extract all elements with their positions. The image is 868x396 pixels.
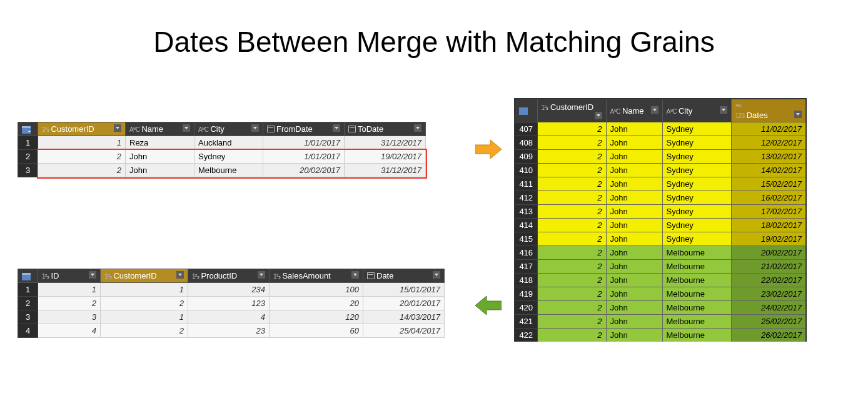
arrow-right-orange-icon bbox=[475, 140, 502, 159]
table-row[interactable]: 32JohnMelbourne20/02/201731/12/2017 bbox=[18, 164, 426, 177]
cell-city: Sydney bbox=[662, 219, 731, 232]
arrow-left-green-icon bbox=[475, 296, 502, 315]
filter-dropdown-icon[interactable] bbox=[595, 112, 602, 119]
cell-dates: 17/02/2017 bbox=[731, 205, 806, 219]
cell-salesamount: 120 bbox=[270, 310, 363, 324]
col-header-customerid[interactable]: 1²₃CustomerID bbox=[101, 269, 188, 283]
cell-salesamount: 60 bbox=[270, 324, 363, 338]
cell-date: 14/03/2017 bbox=[363, 310, 445, 324]
cell-dates: 19/02/2017 bbox=[731, 232, 806, 246]
table-row[interactable]: 11RezaAuckland1/01/201731/12/2017 bbox=[18, 136, 426, 150]
col-header-city[interactable]: AᴮCCity bbox=[662, 99, 731, 122]
filter-dropdown-icon[interactable] bbox=[258, 271, 265, 279]
table-row[interactable]: 4112JohnSydney15/02/2017 bbox=[515, 177, 806, 191]
cell-id: 3 bbox=[38, 310, 101, 324]
row-number: 417 bbox=[515, 260, 537, 274]
table-row[interactable]: 4102JohnSydney14/02/2017 bbox=[515, 164, 806, 177]
cell-productid: 123 bbox=[188, 297, 270, 310]
row-number: 415 bbox=[515, 232, 537, 246]
table-row[interactable]: 11123410015/01/2017 bbox=[18, 283, 445, 297]
row-number: 416 bbox=[515, 246, 537, 260]
filter-dropdown-icon[interactable] bbox=[176, 271, 184, 279]
svg-rect-4 bbox=[519, 107, 528, 115]
svg-marker-5 bbox=[475, 140, 502, 159]
cell-name: John bbox=[606, 136, 662, 150]
cell-name: John bbox=[606, 287, 662, 301]
cell-customerid: 2 bbox=[537, 232, 606, 246]
table-row[interactable]: 4132JohnSydney17/02/2017 bbox=[515, 205, 806, 219]
sales-table: 1²₃ID 1²₃CustomerID 1²₃ProductID 1²₃Sale… bbox=[18, 269, 445, 338]
table-row[interactable]: 2221232020/01/2017 bbox=[18, 297, 445, 310]
table-row[interactable]: 4092JohnSydney13/02/2017 bbox=[515, 150, 806, 164]
filter-dropdown-icon[interactable] bbox=[720, 106, 727, 114]
filter-dropdown-icon[interactable] bbox=[89, 271, 96, 279]
table-row[interactable]: 4082JohnSydney12/02/2017 bbox=[515, 136, 806, 150]
table-row[interactable]: 4142JohnSydney18/02/2017 bbox=[515, 219, 806, 232]
cell-city: Melbourne bbox=[194, 164, 263, 177]
cell-customerid: 2 bbox=[537, 274, 606, 287]
row-number: 408 bbox=[515, 136, 537, 150]
filter-dropdown-icon[interactable] bbox=[333, 124, 340, 132]
table-corner-icon[interactable] bbox=[18, 122, 38, 136]
filter-dropdown-icon[interactable] bbox=[794, 111, 802, 118]
cell-customerid: 2 bbox=[537, 329, 606, 342]
col-header-customerid[interactable]: 1²₃CustomerID bbox=[38, 122, 126, 136]
col-header-dates[interactable]: ᴬᴮᶜ123Dates bbox=[731, 99, 806, 122]
cell-name: John bbox=[606, 122, 662, 136]
date-type-icon bbox=[367, 272, 375, 279]
cell-name: John bbox=[606, 205, 662, 219]
text-type-icon: AᴮC bbox=[667, 108, 677, 115]
cell-name: John bbox=[606, 219, 662, 232]
table-row[interactable]: 442236025/04/2017 bbox=[18, 324, 445, 338]
row-number: 414 bbox=[515, 219, 537, 232]
cell-name: John bbox=[606, 191, 662, 205]
cell-date: 15/01/2017 bbox=[363, 283, 445, 297]
filter-dropdown-icon[interactable] bbox=[351, 271, 359, 279]
table-row[interactable]: 4192JohnMelbourne23/02/2017 bbox=[515, 287, 806, 301]
cell-city: Sydney bbox=[194, 150, 263, 164]
table-row[interactable]: 331412014/03/2017 bbox=[18, 310, 445, 324]
row-number: 407 bbox=[515, 122, 537, 136]
svg-rect-3 bbox=[22, 273, 31, 275]
col-header-salesamount[interactable]: 1²₃SalesAmount bbox=[270, 269, 363, 283]
cell-customerid: 2 bbox=[537, 164, 606, 177]
table-row[interactable]: 4182JohnMelbourne22/02/2017 bbox=[515, 274, 806, 287]
filter-dropdown-icon[interactable] bbox=[651, 106, 659, 114]
row-number: 411 bbox=[515, 177, 537, 191]
svg-marker-6 bbox=[475, 296, 502, 315]
filter-dropdown-icon[interactable] bbox=[183, 124, 190, 132]
cell-dates: 12/02/2017 bbox=[731, 136, 806, 150]
cell-dates: 21/02/2017 bbox=[731, 260, 806, 274]
table-row[interactable]: 4202JohnMelbourne24/02/2017 bbox=[515, 301, 806, 315]
col-header-todate[interactable]: ToDate bbox=[345, 122, 426, 136]
filter-dropdown-icon[interactable] bbox=[414, 124, 421, 132]
table-row[interactable]: 4172JohnMelbourne21/02/2017 bbox=[515, 260, 806, 274]
filter-dropdown-icon[interactable] bbox=[433, 271, 440, 279]
col-header-date[interactable]: Date bbox=[363, 269, 445, 283]
table-row[interactable]: 4212JohnMelbourne25/02/2017 bbox=[515, 315, 806, 329]
table-row[interactable]: 22JohnSydney1/01/201719/02/2017 bbox=[18, 150, 426, 164]
col-header-productid[interactable]: 1²₃ProductID bbox=[188, 269, 270, 283]
cell-name: John bbox=[606, 232, 662, 246]
col-header-id[interactable]: 1²₃ID bbox=[38, 269, 101, 283]
filter-dropdown-icon[interactable] bbox=[251, 124, 259, 132]
table-row[interactable]: 4152JohnSydney19/02/2017 bbox=[515, 232, 806, 246]
col-header-fromdate[interactable]: FromDate bbox=[263, 122, 345, 136]
cell-salesamount: 20 bbox=[270, 297, 363, 310]
table-row[interactable]: 4222JohnMelbourne26/02/2017 bbox=[515, 329, 806, 342]
cell-fromdate: 1/01/2017 bbox=[263, 150, 345, 164]
table-corner-icon[interactable] bbox=[515, 99, 537, 122]
table-row[interactable]: 4072JohnSydney11/02/2017 bbox=[515, 122, 806, 136]
table-row[interactable]: 4122JohnSydney16/02/2017 bbox=[515, 191, 806, 205]
table-corner-icon[interactable] bbox=[18, 269, 38, 283]
cell-id: 1 bbox=[38, 283, 101, 297]
col-header-name[interactable]: AᴮCName bbox=[606, 99, 662, 122]
cell-city: Melbourne bbox=[662, 287, 731, 301]
filter-dropdown-icon[interactable] bbox=[114, 124, 121, 132]
table-row[interactable]: 4162JohnMelbourne20/02/2017 bbox=[515, 246, 806, 260]
cell-id: 4 bbox=[38, 324, 101, 338]
col-header-customerid[interactable]: 1²₃CustomerID bbox=[537, 99, 606, 122]
col-header-city[interactable]: AᴮCCity bbox=[194, 122, 263, 136]
cell-name: John bbox=[606, 150, 662, 164]
col-header-name[interactable]: AᴮCName bbox=[126, 122, 194, 136]
